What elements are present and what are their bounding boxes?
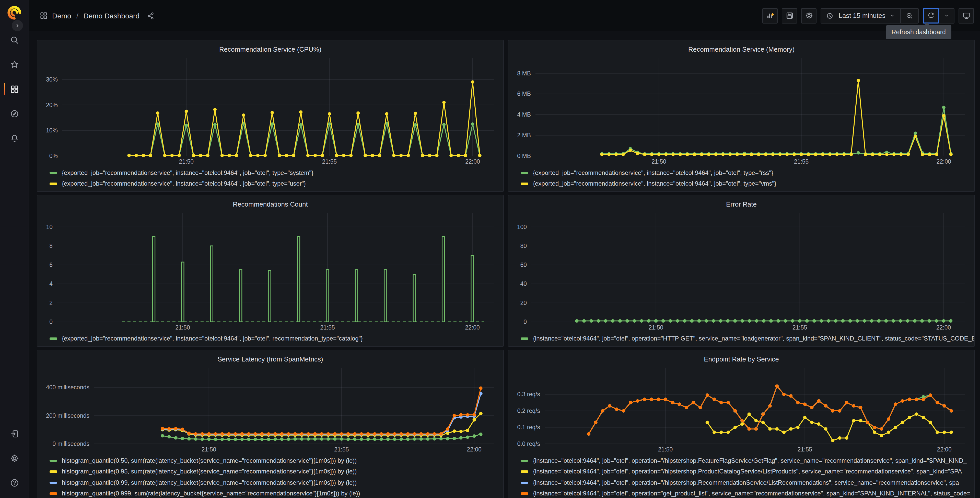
panel-chart[interactable]: 0 MB2 MB4 MB6 MB8 MB21:5021:5522:00	[508, 55, 974, 167]
svg-text:0.2 req/s: 0.2 req/s	[517, 407, 540, 414]
legend-item[interactable]: {exported_job="recommendationservice", i…	[49, 167, 503, 178]
panel-2: Recommendation Service (Memory)0 MB2 MB4…	[508, 40, 975, 192]
svg-text:22:00: 22:00	[936, 324, 951, 331]
save-dashboard-button[interactable]	[782, 8, 797, 23]
svg-text:21:50: 21:50	[179, 158, 194, 165]
panel-6: Endpoint Rate by Service0.0 req/s0.1 req…	[508, 350, 975, 498]
svg-text:80: 80	[520, 243, 527, 249]
legend-label: {exported_job="recommendationservice", i…	[62, 180, 306, 187]
sidebar-item-help[interactable]	[0, 470, 29, 495]
svg-text:40: 40	[520, 281, 527, 287]
svg-text:21:50: 21:50	[651, 158, 666, 165]
sidebar-item-sign-in[interactable]	[0, 421, 29, 446]
svg-text:22:00: 22:00	[465, 324, 480, 331]
svg-text:6: 6	[49, 262, 52, 268]
legend-label: histogram_quantile(0.999, sum(rate(laten…	[62, 490, 360, 497]
panel-title[interactable]: Error Rate	[508, 195, 974, 210]
legend-label: {instance="otelcol:9464", job="otel", op…	[533, 479, 959, 486]
top-nav: Demo / Demo Dashboard Las	[29, 0, 980, 31]
time-range-label: Last 15 minutes	[838, 12, 886, 19]
cycle-view-mode-button[interactable]	[959, 8, 974, 23]
panel-title[interactable]: Recommendation Service (CPU%)	[37, 40, 503, 55]
dashboard-settings-button[interactable]	[801, 8, 816, 23]
legend-item[interactable]: histogram_quantile(0.50, sum(rate(latenc…	[49, 455, 503, 466]
legend-item[interactable]: histogram_quantile(0.999, sum(rate(laten…	[49, 488, 503, 498]
panel-chart[interactable]: 0.0 req/s0.1 req/s0.2 req/s0.3 req/s21:5…	[508, 364, 974, 455]
legend-item[interactable]: {exported_job="recommendationservice", i…	[521, 178, 974, 189]
svg-text:200 milliseconds: 200 milliseconds	[46, 412, 89, 419]
legend-item[interactable]: {exported_job="recommendationservice", i…	[49, 333, 503, 344]
add-panel-button[interactable]	[762, 8, 778, 23]
legend-item[interactable]: {instance="otelcol:9464", job="otel", op…	[521, 477, 974, 488]
dashboard-canvas: Recommendation Service (CPU%)0%10%20%30%…	[29, 31, 980, 498]
sidebar-item-search[interactable]	[0, 28, 29, 52]
panel-chart[interactable]: 0 milliseconds200 milliseconds400 millis…	[37, 364, 503, 455]
panel-title[interactable]: Recommendations Count	[37, 195, 503, 210]
time-range-button[interactable]: Last 15 minutes	[821, 8, 900, 23]
sidebar-expand-button[interactable]	[12, 20, 23, 31]
svg-text:10%: 10%	[46, 127, 58, 134]
svg-text:0: 0	[49, 319, 52, 325]
refresh-button[interactable]	[923, 8, 939, 23]
refresh-interval-caret[interactable]	[939, 8, 955, 23]
legend-swatch	[49, 182, 57, 185]
panel-legend: {instance="otelcol:9464", job="otel", op…	[508, 333, 974, 344]
panel-grid: Recommendation Service (CPU%)0%10%20%30%…	[37, 40, 975, 498]
legend-label: {exported_job="recommendationservice", i…	[533, 169, 773, 176]
panel-title[interactable]: Recommendation Service (Memory)	[508, 40, 974, 55]
legend-swatch	[49, 337, 57, 340]
legend-item[interactable]: histogram_quantile(0.95, sum(rate(latenc…	[49, 466, 503, 477]
active-section-indicator	[4, 83, 5, 95]
panel-title[interactable]: Endpoint Rate by Service	[508, 350, 974, 364]
svg-text:21:55: 21:55	[322, 158, 337, 165]
sidebar-item-alerting[interactable]	[0, 126, 29, 150]
svg-text:20%: 20%	[46, 102, 58, 109]
refresh-group	[923, 8, 955, 23]
svg-text:21:55: 21:55	[334, 446, 349, 453]
legend-swatch	[521, 337, 528, 340]
legend-label: {instance="otelcol:9464", job="otel", op…	[533, 457, 967, 464]
legend-label: {instance="otelcol:9464", job="otel", op…	[533, 468, 962, 475]
sidebar-item-dashboards[interactable]	[0, 77, 29, 101]
panel-3: Recommendations Count024681021:5021:5522…	[37, 195, 504, 346]
legend-item[interactable]: histogram_quantile(0.99, sum(rate(latenc…	[49, 477, 503, 488]
svg-text:10: 10	[46, 224, 52, 230]
svg-text:0%: 0%	[49, 153, 58, 159]
legend-item[interactable]: {instance="otelcol:9464", job="otel", op…	[521, 333, 974, 344]
svg-text:400 milliseconds: 400 milliseconds	[46, 384, 89, 391]
svg-text:2 MB: 2 MB	[517, 132, 531, 139]
svg-text:0.3 req/s: 0.3 req/s	[517, 391, 540, 397]
svg-text:21:55: 21:55	[794, 158, 809, 165]
breadcrumb-separator: /	[76, 11, 78, 20]
panel-legend: {exported_job="recommendationservice", i…	[37, 167, 503, 189]
legend-item[interactable]: {instance="otelcol:9464", job="otel", op…	[521, 455, 974, 466]
legend-item[interactable]: {exported_job="recommendationservice", i…	[49, 178, 503, 189]
legend-label: {exported_job="recommendationservice", i…	[533, 180, 776, 187]
panel-chart[interactable]: 02040608010021:5021:5522:00	[508, 210, 974, 333]
sidebar-item-starred[interactable]	[0, 52, 29, 77]
legend-label: histogram_quantile(0.99, sum(rate(latenc…	[62, 479, 356, 486]
svg-text:6 MB: 6 MB	[517, 91, 531, 97]
legend-label: histogram_quantile(0.95, sum(rate(latenc…	[62, 468, 356, 475]
panel-chart[interactable]: 0%10%20%30%21:5021:5522:00	[37, 55, 503, 167]
sidebar-item-explore[interactable]	[0, 101, 29, 126]
panel-legend: histogram_quantile(0.50, sum(rate(latenc…	[37, 455, 503, 498]
breadcrumb: Demo / Demo Dashboard	[39, 11, 155, 20]
share-icon[interactable]	[146, 11, 155, 20]
dashboard-toolbar: Last 15 minutes	[762, 8, 974, 23]
panel-chart[interactable]: 024681021:5021:5522:00	[37, 210, 503, 333]
sidebar-item-configuration[interactable]	[0, 446, 29, 470]
breadcrumb-page[interactable]: Demo Dashboard	[84, 11, 140, 20]
svg-text:21:50: 21:50	[175, 324, 190, 331]
svg-text:21:55: 21:55	[320, 324, 335, 331]
panel-title[interactable]: Service Latency (from SpanMetrics)	[37, 350, 503, 364]
legend-item[interactable]: {exported_job="recommendationservice", i…	[521, 167, 974, 178]
dashboards-grid-icon	[39, 11, 48, 20]
legend-item[interactable]: {instance="otelcol:9464", job="otel", op…	[521, 466, 974, 477]
legend-swatch	[49, 460, 57, 462]
legend-swatch	[521, 492, 528, 495]
breadcrumb-section[interactable]: Demo	[52, 11, 71, 20]
legend-label: {instance="otelcol:9464", job="otel", op…	[533, 335, 974, 342]
legend-item[interactable]: {instance="otelcol:9464", job="otel", op…	[521, 488, 974, 498]
zoom-out-button[interactable]	[900, 8, 918, 23]
